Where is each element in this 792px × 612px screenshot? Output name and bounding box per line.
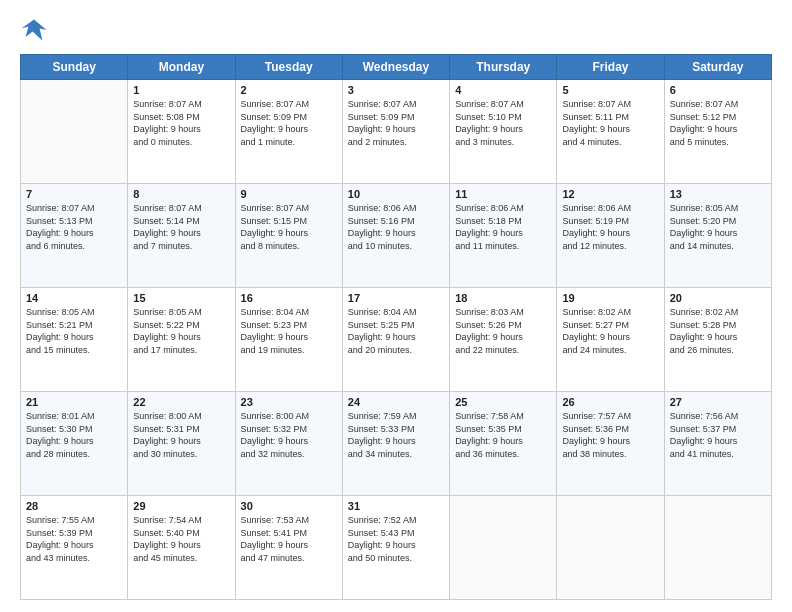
- day-info: Sunrise: 8:04 AMSunset: 5:23 PMDaylight:…: [241, 306, 337, 356]
- day-number: 25: [455, 396, 551, 408]
- calendar-cell: 15Sunrise: 8:05 AMSunset: 5:22 PMDayligh…: [128, 288, 235, 392]
- day-info: Sunrise: 8:02 AMSunset: 5:28 PMDaylight:…: [670, 306, 766, 356]
- day-number: 17: [348, 292, 444, 304]
- calendar-cell: 30Sunrise: 7:53 AMSunset: 5:41 PMDayligh…: [235, 496, 342, 600]
- logo-icon: [20, 16, 48, 44]
- calendar-cell: 7Sunrise: 8:07 AMSunset: 5:13 PMDaylight…: [21, 184, 128, 288]
- day-info: Sunrise: 7:55 AMSunset: 5:39 PMDaylight:…: [26, 514, 122, 564]
- calendar-cell: 8Sunrise: 8:07 AMSunset: 5:14 PMDaylight…: [128, 184, 235, 288]
- day-info: Sunrise: 8:07 AMSunset: 5:14 PMDaylight:…: [133, 202, 229, 252]
- calendar-cell: 3Sunrise: 8:07 AMSunset: 5:09 PMDaylight…: [342, 80, 449, 184]
- day-number: 27: [670, 396, 766, 408]
- week-row-1: 1Sunrise: 8:07 AMSunset: 5:08 PMDaylight…: [21, 80, 772, 184]
- weekday-header-tuesday: Tuesday: [235, 55, 342, 80]
- calendar-cell: 31Sunrise: 7:52 AMSunset: 5:43 PMDayligh…: [342, 496, 449, 600]
- week-row-4: 21Sunrise: 8:01 AMSunset: 5:30 PMDayligh…: [21, 392, 772, 496]
- day-number: 4: [455, 84, 551, 96]
- day-number: 19: [562, 292, 658, 304]
- day-info: Sunrise: 8:02 AMSunset: 5:27 PMDaylight:…: [562, 306, 658, 356]
- day-info: Sunrise: 8:05 AMSunset: 5:21 PMDaylight:…: [26, 306, 122, 356]
- calendar-cell: 22Sunrise: 8:00 AMSunset: 5:31 PMDayligh…: [128, 392, 235, 496]
- day-info: Sunrise: 8:05 AMSunset: 5:20 PMDaylight:…: [670, 202, 766, 252]
- svg-marker-0: [21, 20, 46, 41]
- day-info: Sunrise: 7:53 AMSunset: 5:41 PMDaylight:…: [241, 514, 337, 564]
- day-info: Sunrise: 7:56 AMSunset: 5:37 PMDaylight:…: [670, 410, 766, 460]
- day-info: Sunrise: 8:07 AMSunset: 5:10 PMDaylight:…: [455, 98, 551, 148]
- day-number: 9: [241, 188, 337, 200]
- calendar-cell: 6Sunrise: 8:07 AMSunset: 5:12 PMDaylight…: [664, 80, 771, 184]
- day-info: Sunrise: 8:01 AMSunset: 5:30 PMDaylight:…: [26, 410, 122, 460]
- calendar-table: SundayMondayTuesdayWednesdayThursdayFrid…: [20, 54, 772, 600]
- calendar-cell: 18Sunrise: 8:03 AMSunset: 5:26 PMDayligh…: [450, 288, 557, 392]
- calendar-cell: 16Sunrise: 8:04 AMSunset: 5:23 PMDayligh…: [235, 288, 342, 392]
- weekday-header-friday: Friday: [557, 55, 664, 80]
- day-info: Sunrise: 8:00 AMSunset: 5:32 PMDaylight:…: [241, 410, 337, 460]
- calendar-cell: 11Sunrise: 8:06 AMSunset: 5:18 PMDayligh…: [450, 184, 557, 288]
- day-number: 20: [670, 292, 766, 304]
- day-info: Sunrise: 8:06 AMSunset: 5:18 PMDaylight:…: [455, 202, 551, 252]
- calendar-cell: 14Sunrise: 8:05 AMSunset: 5:21 PMDayligh…: [21, 288, 128, 392]
- day-number: 21: [26, 396, 122, 408]
- calendar-cell: [664, 496, 771, 600]
- day-number: 31: [348, 500, 444, 512]
- day-number: 10: [348, 188, 444, 200]
- day-info: Sunrise: 8:07 AMSunset: 5:15 PMDaylight:…: [241, 202, 337, 252]
- day-number: 16: [241, 292, 337, 304]
- day-number: 11: [455, 188, 551, 200]
- week-row-3: 14Sunrise: 8:05 AMSunset: 5:21 PMDayligh…: [21, 288, 772, 392]
- day-number: 22: [133, 396, 229, 408]
- day-number: 3: [348, 84, 444, 96]
- day-number: 7: [26, 188, 122, 200]
- calendar-cell: 25Sunrise: 7:58 AMSunset: 5:35 PMDayligh…: [450, 392, 557, 496]
- calendar-cell: 23Sunrise: 8:00 AMSunset: 5:32 PMDayligh…: [235, 392, 342, 496]
- weekday-header-row: SundayMondayTuesdayWednesdayThursdayFrid…: [21, 55, 772, 80]
- calendar-cell: 21Sunrise: 8:01 AMSunset: 5:30 PMDayligh…: [21, 392, 128, 496]
- calendar-cell: 1Sunrise: 8:07 AMSunset: 5:08 PMDaylight…: [128, 80, 235, 184]
- day-info: Sunrise: 8:03 AMSunset: 5:26 PMDaylight:…: [455, 306, 551, 356]
- week-row-5: 28Sunrise: 7:55 AMSunset: 5:39 PMDayligh…: [21, 496, 772, 600]
- day-info: Sunrise: 7:58 AMSunset: 5:35 PMDaylight:…: [455, 410, 551, 460]
- day-number: 8: [133, 188, 229, 200]
- day-number: 23: [241, 396, 337, 408]
- day-info: Sunrise: 8:05 AMSunset: 5:22 PMDaylight:…: [133, 306, 229, 356]
- weekday-header-monday: Monday: [128, 55, 235, 80]
- day-info: Sunrise: 8:04 AMSunset: 5:25 PMDaylight:…: [348, 306, 444, 356]
- calendar-cell: 12Sunrise: 8:06 AMSunset: 5:19 PMDayligh…: [557, 184, 664, 288]
- day-info: Sunrise: 8:07 AMSunset: 5:09 PMDaylight:…: [241, 98, 337, 148]
- day-info: Sunrise: 8:07 AMSunset: 5:09 PMDaylight:…: [348, 98, 444, 148]
- day-number: 13: [670, 188, 766, 200]
- day-number: 1: [133, 84, 229, 96]
- calendar-cell: 27Sunrise: 7:56 AMSunset: 5:37 PMDayligh…: [664, 392, 771, 496]
- calendar-cell: 2Sunrise: 8:07 AMSunset: 5:09 PMDaylight…: [235, 80, 342, 184]
- weekday-header-thursday: Thursday: [450, 55, 557, 80]
- day-number: 18: [455, 292, 551, 304]
- calendar-cell: 20Sunrise: 8:02 AMSunset: 5:28 PMDayligh…: [664, 288, 771, 392]
- day-info: Sunrise: 7:52 AMSunset: 5:43 PMDaylight:…: [348, 514, 444, 564]
- day-number: 24: [348, 396, 444, 408]
- calendar-cell: [21, 80, 128, 184]
- day-info: Sunrise: 8:06 AMSunset: 5:16 PMDaylight:…: [348, 202, 444, 252]
- week-row-2: 7Sunrise: 8:07 AMSunset: 5:13 PMDaylight…: [21, 184, 772, 288]
- calendar-cell: 4Sunrise: 8:07 AMSunset: 5:10 PMDaylight…: [450, 80, 557, 184]
- day-number: 5: [562, 84, 658, 96]
- day-info: Sunrise: 8:07 AMSunset: 5:13 PMDaylight:…: [26, 202, 122, 252]
- calendar-cell: 19Sunrise: 8:02 AMSunset: 5:27 PMDayligh…: [557, 288, 664, 392]
- day-number: 2: [241, 84, 337, 96]
- calendar-cell: 17Sunrise: 8:04 AMSunset: 5:25 PMDayligh…: [342, 288, 449, 392]
- day-info: Sunrise: 7:54 AMSunset: 5:40 PMDaylight:…: [133, 514, 229, 564]
- header: [20, 16, 772, 44]
- day-number: 29: [133, 500, 229, 512]
- day-number: 14: [26, 292, 122, 304]
- weekday-header-wednesday: Wednesday: [342, 55, 449, 80]
- calendar-cell: 28Sunrise: 7:55 AMSunset: 5:39 PMDayligh…: [21, 496, 128, 600]
- weekday-header-sunday: Sunday: [21, 55, 128, 80]
- day-info: Sunrise: 7:59 AMSunset: 5:33 PMDaylight:…: [348, 410, 444, 460]
- day-info: Sunrise: 8:07 AMSunset: 5:08 PMDaylight:…: [133, 98, 229, 148]
- day-number: 6: [670, 84, 766, 96]
- calendar-cell: 9Sunrise: 8:07 AMSunset: 5:15 PMDaylight…: [235, 184, 342, 288]
- logo: [20, 16, 52, 44]
- calendar-cell: 24Sunrise: 7:59 AMSunset: 5:33 PMDayligh…: [342, 392, 449, 496]
- calendar-cell: 26Sunrise: 7:57 AMSunset: 5:36 PMDayligh…: [557, 392, 664, 496]
- day-number: 28: [26, 500, 122, 512]
- day-info: Sunrise: 8:07 AMSunset: 5:12 PMDaylight:…: [670, 98, 766, 148]
